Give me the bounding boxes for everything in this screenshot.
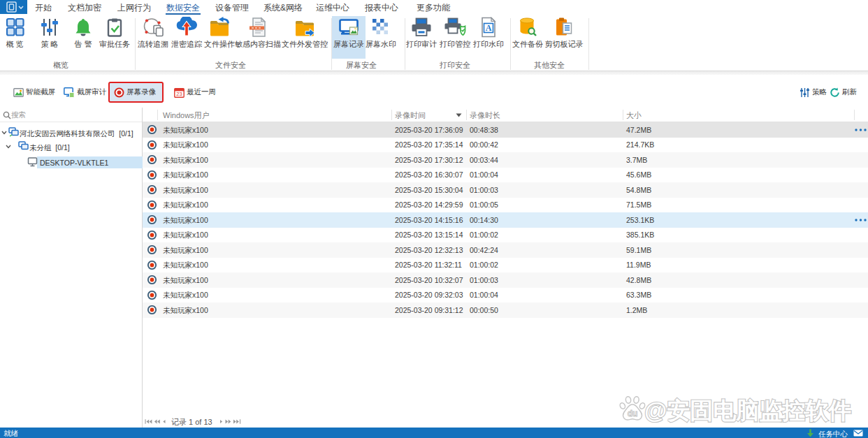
svg-text:du: du	[628, 409, 638, 418]
svg-text:23: 23	[176, 91, 182, 97]
svg-text:A: A	[486, 23, 492, 33]
